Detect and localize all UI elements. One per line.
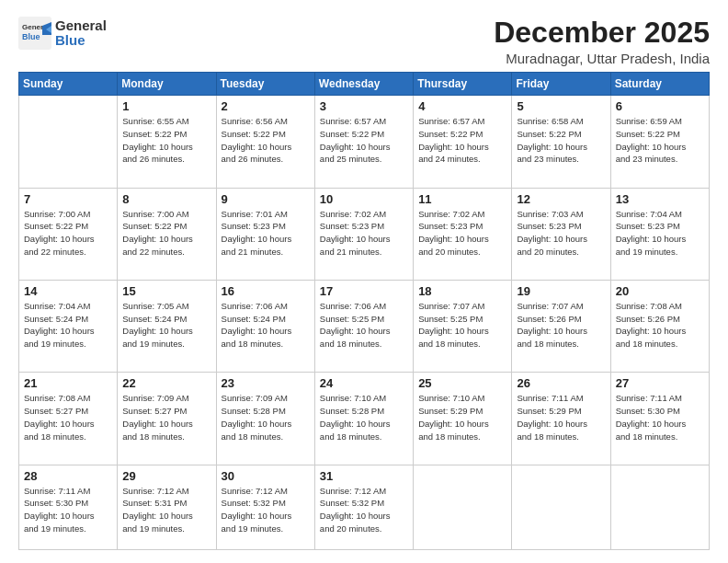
day-number: 26 (517, 376, 605, 390)
day-number: 2 (222, 99, 310, 113)
table-row: 6Sunrise: 6:59 AM Sunset: 5:22 PM Daylig… (610, 96, 709, 188)
day-number: 27 (616, 376, 704, 390)
day-info: Sunrise: 6:55 AM Sunset: 5:22 PM Dayligh… (122, 115, 210, 166)
day-number: 22 (122, 376, 210, 390)
title-block: December 2025 Muradnagar, Uttar Pradesh,… (494, 17, 710, 66)
table-row: 29Sunrise: 7:12 AM Sunset: 5:31 PM Dayli… (118, 465, 216, 549)
table-row: 11Sunrise: 7:02 AM Sunset: 5:23 PM Dayli… (414, 188, 512, 280)
day-number: 21 (24, 376, 112, 390)
day-info: Sunrise: 7:11 AM Sunset: 5:30 PM Dayligh… (616, 392, 704, 442)
day-number: 14 (24, 284, 112, 298)
day-info: Sunrise: 7:07 AM Sunset: 5:26 PM Dayligh… (517, 300, 605, 350)
day-info: Sunrise: 7:05 AM Sunset: 5:24 PM Dayligh… (122, 300, 210, 350)
day-info: Sunrise: 6:58 AM Sunset: 5:22 PM Dayligh… (517, 115, 605, 166)
day-info: Sunrise: 7:09 AM Sunset: 5:27 PM Dayligh… (122, 392, 210, 442)
table-row: 14Sunrise: 7:04 AM Sunset: 5:24 PM Dayli… (19, 280, 118, 372)
table-row: 3Sunrise: 6:57 AM Sunset: 5:22 PM Daylig… (314, 96, 413, 188)
day-number: 6 (616, 99, 704, 113)
day-number: 3 (320, 99, 408, 113)
table-row: 17Sunrise: 7:06 AM Sunset: 5:25 PM Dayli… (314, 280, 413, 372)
calendar-week-row: 28Sunrise: 7:11 AM Sunset: 5:30 PM Dayli… (19, 465, 710, 549)
day-number: 1 (122, 99, 210, 113)
day-number: 23 (222, 376, 310, 390)
table-row (512, 465, 610, 549)
day-number: 19 (517, 284, 605, 298)
logo-icon: General Blue (18, 17, 51, 50)
table-row: 20Sunrise: 7:08 AM Sunset: 5:26 PM Dayli… (610, 280, 709, 372)
table-row: 18Sunrise: 7:07 AM Sunset: 5:25 PM Dayli… (414, 280, 512, 372)
day-info: Sunrise: 7:10 AM Sunset: 5:28 PM Dayligh… (320, 392, 408, 442)
day-number: 25 (418, 376, 506, 390)
table-row: 26Sunrise: 7:11 AM Sunset: 5:29 PM Dayli… (512, 373, 610, 465)
table-row: 16Sunrise: 7:06 AM Sunset: 5:24 PM Dayli… (216, 280, 314, 372)
header-saturday: Saturday (610, 73, 709, 96)
table-row: 21Sunrise: 7:08 AM Sunset: 5:27 PM Dayli… (19, 373, 118, 465)
day-info: Sunrise: 7:12 AM Sunset: 5:32 PM Dayligh… (222, 485, 310, 535)
table-row (19, 96, 118, 188)
day-number: 20 (616, 284, 704, 298)
table-row: 13Sunrise: 7:04 AM Sunset: 5:23 PM Dayli… (610, 188, 709, 280)
calendar-week-row: 21Sunrise: 7:08 AM Sunset: 5:27 PM Dayli… (19, 373, 710, 465)
day-number: 29 (122, 469, 210, 483)
logo: General Blue General Blue (18, 17, 107, 50)
day-info: Sunrise: 7:06 AM Sunset: 5:25 PM Dayligh… (320, 300, 408, 350)
table-row: 24Sunrise: 7:10 AM Sunset: 5:28 PM Dayli… (314, 373, 413, 465)
logo-text: General Blue (55, 18, 107, 49)
table-row: 22Sunrise: 7:09 AM Sunset: 5:27 PM Dayli… (118, 373, 216, 465)
table-row (414, 465, 512, 549)
day-info: Sunrise: 7:04 AM Sunset: 5:24 PM Dayligh… (24, 300, 112, 350)
calendar-week-row: 7Sunrise: 7:00 AM Sunset: 5:22 PM Daylig… (19, 188, 710, 280)
table-row: 1Sunrise: 6:55 AM Sunset: 5:22 PM Daylig… (118, 96, 216, 188)
month-title: December 2025 (494, 17, 710, 49)
day-number: 5 (517, 99, 605, 113)
day-info: Sunrise: 7:08 AM Sunset: 5:26 PM Dayligh… (616, 300, 704, 350)
logo-blue-text: Blue (55, 33, 107, 49)
day-info: Sunrise: 7:10 AM Sunset: 5:29 PM Dayligh… (418, 392, 506, 442)
day-number: 9 (222, 192, 310, 206)
header-thursday: Thursday (414, 73, 512, 96)
day-number: 7 (24, 192, 112, 206)
day-info: Sunrise: 7:02 AM Sunset: 5:23 PM Dayligh… (418, 208, 506, 259)
day-info: Sunrise: 7:04 AM Sunset: 5:23 PM Dayligh… (616, 208, 704, 259)
calendar-header-row: Sunday Monday Tuesday Wednesday Thursday… (19, 73, 710, 96)
day-info: Sunrise: 6:59 AM Sunset: 5:22 PM Dayligh… (616, 115, 704, 166)
location: Muradnagar, Uttar Pradesh, India (494, 51, 710, 66)
day-info: Sunrise: 7:11 AM Sunset: 5:29 PM Dayligh… (517, 392, 605, 442)
table-row: 7Sunrise: 7:00 AM Sunset: 5:22 PM Daylig… (19, 188, 118, 280)
day-info: Sunrise: 7:08 AM Sunset: 5:27 PM Dayligh… (24, 392, 112, 442)
day-number: 4 (418, 99, 506, 113)
day-info: Sunrise: 7:12 AM Sunset: 5:31 PM Dayligh… (122, 485, 210, 535)
day-number: 11 (418, 192, 506, 206)
table-row: 28Sunrise: 7:11 AM Sunset: 5:30 PM Dayli… (19, 465, 118, 549)
calendar-table: Sunday Monday Tuesday Wednesday Thursday… (18, 72, 710, 550)
header-monday: Monday (118, 73, 216, 96)
day-number: 24 (320, 376, 408, 390)
table-row (610, 465, 709, 549)
day-info: Sunrise: 7:00 AM Sunset: 5:22 PM Dayligh… (122, 208, 210, 259)
day-info: Sunrise: 7:03 AM Sunset: 5:23 PM Dayligh… (517, 208, 605, 259)
header-tuesday: Tuesday (216, 73, 314, 96)
table-row: 25Sunrise: 7:10 AM Sunset: 5:29 PM Dayli… (414, 373, 512, 465)
calendar-week-row: 14Sunrise: 7:04 AM Sunset: 5:24 PM Dayli… (19, 280, 710, 372)
table-row: 8Sunrise: 7:00 AM Sunset: 5:22 PM Daylig… (118, 188, 216, 280)
page: General Blue General Blue December 2025 … (0, 0, 728, 563)
day-info: Sunrise: 6:57 AM Sunset: 5:22 PM Dayligh… (418, 115, 506, 166)
day-number: 15 (122, 284, 210, 298)
header-friday: Friday (512, 73, 610, 96)
table-row: 30Sunrise: 7:12 AM Sunset: 5:32 PM Dayli… (216, 465, 314, 549)
day-number: 12 (517, 192, 605, 206)
table-row: 9Sunrise: 7:01 AM Sunset: 5:23 PM Daylig… (216, 188, 314, 280)
day-number: 13 (616, 192, 704, 206)
table-row: 10Sunrise: 7:02 AM Sunset: 5:23 PM Dayli… (314, 188, 413, 280)
day-number: 17 (320, 284, 408, 298)
logo-general-text: General (55, 18, 107, 34)
day-info: Sunrise: 6:57 AM Sunset: 5:22 PM Dayligh… (320, 115, 408, 166)
table-row: 4Sunrise: 6:57 AM Sunset: 5:22 PM Daylig… (414, 96, 512, 188)
day-info: Sunrise: 7:07 AM Sunset: 5:25 PM Dayligh… (418, 300, 506, 350)
table-row: 12Sunrise: 7:03 AM Sunset: 5:23 PM Dayli… (512, 188, 610, 280)
header: General Blue General Blue December 2025 … (18, 17, 710, 66)
day-info: Sunrise: 7:12 AM Sunset: 5:32 PM Dayligh… (320, 485, 408, 535)
day-number: 8 (122, 192, 210, 206)
table-row: 5Sunrise: 6:58 AM Sunset: 5:22 PM Daylig… (512, 96, 610, 188)
calendar-week-row: 1Sunrise: 6:55 AM Sunset: 5:22 PM Daylig… (19, 96, 710, 188)
